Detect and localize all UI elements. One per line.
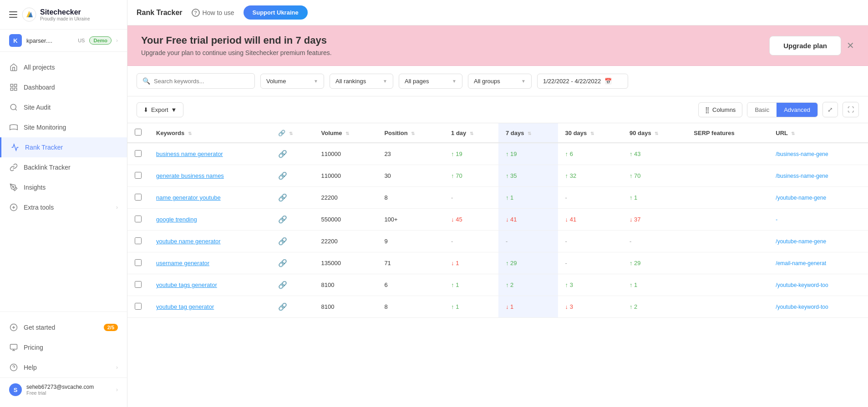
sidebar-item-get-started[interactable]: Get started 2/5 <box>0 317 127 337</box>
sidebar-item-site-monitoring[interactable]: Site Monitoring <box>0 117 127 137</box>
keyword-link[interactable]: business name generator <box>156 151 223 157</box>
row-checkbox[interactable] <box>135 259 142 266</box>
basic-view-button[interactable]: Basic <box>747 103 777 117</box>
row-checkbox-cell[interactable] <box>127 165 149 187</box>
expand-icon[interactable]: ⤢ <box>822 102 838 117</box>
url-cell[interactable]: /business-name-gene <box>768 143 868 165</box>
row-checkbox[interactable] <box>135 281 142 288</box>
url-cell[interactable]: /youtube-name-gene <box>768 187 868 209</box>
link-cell[interactable]: 🔗 <box>271 296 314 318</box>
link-cell[interactable]: 🔗 <box>271 274 314 296</box>
sidebar-item-rank-tracker[interactable]: Rank Tracker <box>0 137 127 157</box>
row-checkbox-cell[interactable] <box>127 231 149 252</box>
row-checkbox[interactable] <box>135 172 142 179</box>
project-item[interactable]: K kparser.... US Demo › <box>0 30 127 52</box>
row-checkbox[interactable] <box>135 237 142 244</box>
keyword-cell[interactable]: youtube tags generator <box>149 274 271 296</box>
support-ukraine-button[interactable]: Support Ukraine <box>244 5 308 20</box>
url-cell[interactable]: /youtube-keyword-too <box>768 296 868 318</box>
volume-filter[interactable]: Volume ▼ <box>260 74 324 89</box>
close-banner-button[interactable]: ✕ <box>847 40 854 51</box>
row-checkbox[interactable] <box>135 150 142 157</box>
link-icon[interactable]: 🔗 <box>278 259 287 267</box>
sidebar-item-all-projects[interactable]: All projects <box>0 57 127 77</box>
keyword-cell[interactable]: google trending <box>149 209 271 231</box>
row-checkbox-cell[interactable] <box>127 274 149 296</box>
keyword-link[interactable]: generate business names <box>156 172 224 179</box>
export-button[interactable]: ⬇ Export ▼ <box>137 102 183 117</box>
row-checkbox[interactable] <box>135 303 142 310</box>
columns-button[interactable]: ⣿ Columns <box>698 102 742 117</box>
keyword-cell[interactable]: generate business names <box>149 165 271 187</box>
url-link[interactable]: /business-name-gene <box>776 151 828 157</box>
how-to-use-link[interactable]: ? How to use <box>192 9 234 17</box>
url-link[interactable]: /youtube-keyword-too <box>776 282 828 288</box>
volume-column-header[interactable]: Volume ⇅ <box>314 123 377 143</box>
url-cell[interactable]: /email-name-generat <box>768 252 868 274</box>
serp-column-header[interactable]: SERP features <box>686 123 768 143</box>
link-icon[interactable]: 🔗 <box>278 281 287 289</box>
url-cell[interactable]: - <box>768 209 868 231</box>
link-icon[interactable]: 🔗 <box>278 150 287 158</box>
keyword-link[interactable]: youtube tag generator <box>156 303 214 310</box>
keyword-link[interactable]: username generator <box>156 260 209 266</box>
keyword-link[interactable]: youtube tags generator <box>156 281 217 288</box>
keyword-search-box[interactable]: 🔍 <box>137 73 255 89</box>
url-link[interactable]: /email-name-generat <box>776 260 826 266</box>
url-link[interactable]: - <box>776 216 777 223</box>
url-link[interactable]: /youtube-name-gene <box>776 238 826 245</box>
keyword-link[interactable]: youtube name generator <box>156 238 221 245</box>
row-checkbox-cell[interactable] <box>127 209 149 231</box>
row-checkbox-cell[interactable] <box>127 252 149 274</box>
user-item[interactable]: S seheb67273@svcache.com Free trial › <box>0 377 127 402</box>
url-link[interactable]: /youtube-name-gene <box>776 195 826 201</box>
upgrade-plan-button[interactable]: Upgrade plan <box>769 36 841 55</box>
advanced-view-button[interactable]: Advanced <box>777 103 817 117</box>
link-cell[interactable]: 🔗 <box>271 165 314 187</box>
row-checkbox[interactable] <box>135 216 142 222</box>
rankings-filter[interactable]: All rankings ▼ <box>330 74 393 89</box>
sidebar-item-insights[interactable]: Insights <box>0 177 127 197</box>
keyword-cell[interactable]: youtube name generator <box>149 231 271 252</box>
sidebar-item-site-audit[interactable]: Site Audit <box>0 97 127 117</box>
keyword-cell[interactable]: username generator <box>149 252 271 274</box>
keywords-column-header[interactable]: Keywords ⇅ <box>149 123 271 143</box>
link-icon[interactable]: 🔗 <box>278 237 287 245</box>
select-all-checkbox[interactable] <box>135 129 142 136</box>
link-column-header[interactable]: 🔗 ⇅ <box>271 123 314 143</box>
sidebar-item-backlink-tracker[interactable]: Backlink Tracker <box>0 157 127 177</box>
keyword-cell[interactable]: name generator youtube <box>149 187 271 209</box>
row-checkbox-cell[interactable] <box>127 143 149 165</box>
link-cell[interactable]: 🔗 <box>271 209 314 231</box>
link-icon[interactable]: 🔗 <box>278 172 287 180</box>
select-all-header[interactable] <box>127 123 149 143</box>
row-checkbox-cell[interactable] <box>127 187 149 209</box>
link-cell[interactable]: 🔗 <box>271 143 314 165</box>
keyword-link[interactable]: google trending <box>156 216 197 223</box>
keyword-cell[interactable]: business name generator <box>149 143 271 165</box>
groups-filter[interactable]: All groups ▼ <box>468 74 532 89</box>
link-cell[interactable]: 🔗 <box>271 187 314 209</box>
sidebar-item-help[interactable]: Help › <box>0 357 127 377</box>
1day-column-header[interactable]: 1 day ⇅ <box>444 123 498 143</box>
search-keywords-input[interactable] <box>154 78 249 85</box>
sidebar-item-extra-tools[interactable]: Extra tools › <box>0 197 127 217</box>
keyword-cell[interactable]: youtube tag generator <box>149 296 271 318</box>
link-cell[interactable]: 🔗 <box>271 252 314 274</box>
date-range-picker[interactable]: 1/22/2022 - 4/22/2022 📅 <box>537 74 628 89</box>
90days-column-header[interactable]: 90 days ⇅ <box>622 123 686 143</box>
hamburger-menu-icon[interactable] <box>9 11 17 18</box>
row-checkbox[interactable] <box>135 194 142 201</box>
link-cell[interactable]: 🔗 <box>271 231 314 252</box>
link-icon[interactable]: 🔗 <box>278 194 287 201</box>
fullscreen-icon[interactable]: ⛶ <box>843 102 859 117</box>
row-checkbox-cell[interactable] <box>127 296 149 318</box>
url-link[interactable]: /youtube-keyword-too <box>776 304 828 310</box>
url-link[interactable]: /business-name-gene <box>776 173 828 179</box>
url-column-header[interactable]: URL ⇅ <box>768 123 868 143</box>
link-icon[interactable]: 🔗 <box>278 303 287 311</box>
url-cell[interactable]: /youtube-keyword-too <box>768 274 868 296</box>
sidebar-item-dashboard[interactable]: Dashboard <box>0 77 127 97</box>
url-cell[interactable]: /youtube-name-gene <box>768 231 868 252</box>
url-cell[interactable]: /business-name-gene <box>768 165 868 187</box>
